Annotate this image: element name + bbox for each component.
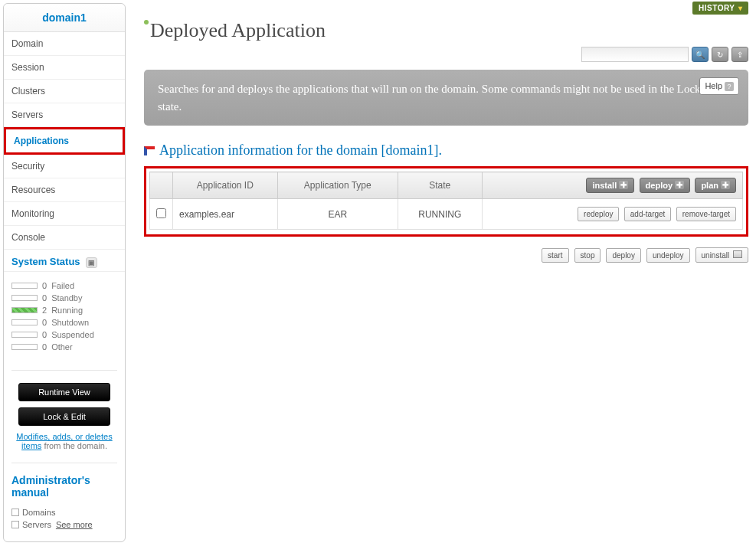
label-suspended: Suspended [51,330,94,339]
refresh-button[interactable]: ↻ [712,47,728,62]
col-app-id: Application ID [173,172,278,199]
nav-console[interactable]: Console [4,226,125,250]
undeploy-button[interactable]: undeploy [646,248,690,263]
table-header-row: Application ID Application Type State in… [150,172,743,199]
mod-text: Modifies, adds, or deletes items from th… [11,432,117,450]
uninstall-label: uninstall [702,251,730,260]
status-running: 2 Running [11,306,117,315]
deploy-button[interactable]: deploy [606,248,640,263]
export-icon: ⇪ [737,51,743,59]
sidebar-title: domain1 [4,4,125,32]
admin-domains[interactable]: Domains [11,508,117,517]
col-app-type: Application Type [277,172,398,199]
system-status-label: System Status [11,256,80,267]
admin-manual-title: Administrator's manual [4,468,125,505]
system-status-list: 0 Failed 0 Standby 2 Running 0 Shutdown … [4,272,125,365]
divider [11,370,117,371]
uninstall-icon [733,250,742,258]
status-shutdown: 0 Shutdown [11,318,117,327]
add-target-button[interactable]: add-target [624,207,672,221]
help-label: Help [705,81,722,90]
divider-2 [11,463,117,463]
help-button[interactable]: Help? [699,77,739,95]
lock-edit-button[interactable]: Lock & Edit [18,407,110,426]
col-actions: install✚ deploy✚ plan✚ [482,172,743,199]
count-other: 0 [42,342,47,352]
nav-security[interactable]: Security [4,155,125,178]
admin-servers-label: Servers [22,520,51,529]
row-actions: redeploy add-target remove-target [482,199,743,230]
count-running: 2 [42,306,47,315]
help-icon: ? [725,82,734,91]
nav-servers[interactable]: Servers [4,103,125,127]
admin-domains-label: Domains [22,508,55,517]
history-label: HISTORY [699,4,735,12]
status-failed: 0 Failed [11,281,117,290]
search-bar: 🔍 ↻ ⇪ [144,47,748,62]
status-dot-icon [144,20,149,25]
row-app-id: examples.ear [173,199,278,230]
bottom-actions: start stop deploy undeploy uninstall [144,247,748,263]
main: HISTORY▾ Deployed Application 🔍 ↻ ⇪ Sear… [129,0,756,545]
applications-table: Application ID Application Type State in… [149,172,743,230]
admin-servers[interactable]: ServersSee more [11,520,117,529]
nav-applications[interactable]: Applications [4,127,125,155]
deploy-header-button[interactable]: deploy✚ [640,178,690,193]
col-state: State [398,172,482,199]
nav-session[interactable]: Session [4,56,125,80]
chevron-down-icon: ▾ [738,4,743,12]
search-icon: 🔍 [695,51,705,59]
status-other: 0 Other [11,342,117,352]
bar-shutdown [11,319,38,325]
label-shutdown: Shutdown [51,318,89,327]
export-button[interactable]: ⇪ [731,47,748,62]
mod-text-rest: from the domain. [41,441,107,450]
runtime-view-button[interactable]: Runtime View [18,383,110,401]
label-other: Other [51,342,73,352]
plan-label: plan [701,181,718,190]
count-suspended: 0 [42,330,47,339]
start-button[interactable]: start [542,248,568,263]
label-failed: Failed [51,281,74,290]
install-label: install [592,181,617,190]
bar-other [11,344,38,350]
nav-resources[interactable]: Resources [4,178,125,202]
section-title: Application information for the domain [… [144,142,748,159]
label-running: Running [51,306,83,315]
count-shutdown: 0 [42,318,47,327]
sidebar: domain1 Domain Session Clusters Servers … [3,3,126,542]
redeploy-button[interactable]: redeploy [578,207,619,221]
row-checkbox[interactable] [156,208,166,218]
stop-button[interactable]: stop [574,248,601,263]
bar-standby [11,295,38,301]
applications-table-container: Application ID Application Type State in… [144,166,748,237]
install-button[interactable]: install✚ [586,178,634,193]
section-title-text: Application information for the domain [… [159,142,442,159]
description-text: Searches for and deploys the application… [158,83,735,113]
uninstall-button[interactable]: uninstall [695,247,748,263]
nav-domain[interactable]: Domain [4,32,125,56]
system-status-icon[interactable]: ▣ [86,257,97,268]
row-state: RUNNING [398,199,482,230]
plus-icon: ✚ [721,181,730,189]
page-title: Deployed Application [144,19,748,42]
flag-icon [144,146,155,155]
see-more-link[interactable]: See more [56,520,93,529]
deploy-header-label: deploy [646,181,673,190]
bar-suspended [11,332,38,338]
plan-button[interactable]: plan✚ [695,178,736,193]
admin-manual-list: Domains ServersSee more [4,508,125,541]
nav-monitoring[interactable]: Monitoring [4,202,125,226]
remove-target-button[interactable]: remove-target [676,207,736,221]
bar-running [11,307,38,313]
search-button[interactable]: 🔍 [692,47,709,62]
nav-clusters[interactable]: Clusters [4,80,125,103]
doc-icon [11,509,19,516]
bar-failed [11,283,38,289]
search-input[interactable] [581,47,689,62]
side-actions: Runtime View Lock & Edit Modifies, adds,… [4,375,125,458]
page-title-text: Deployed Application [150,19,326,41]
history-button[interactable]: HISTORY▾ [692,2,748,15]
status-suspended: 0 Suspended [11,330,117,339]
row-app-type: EAR [277,199,398,230]
